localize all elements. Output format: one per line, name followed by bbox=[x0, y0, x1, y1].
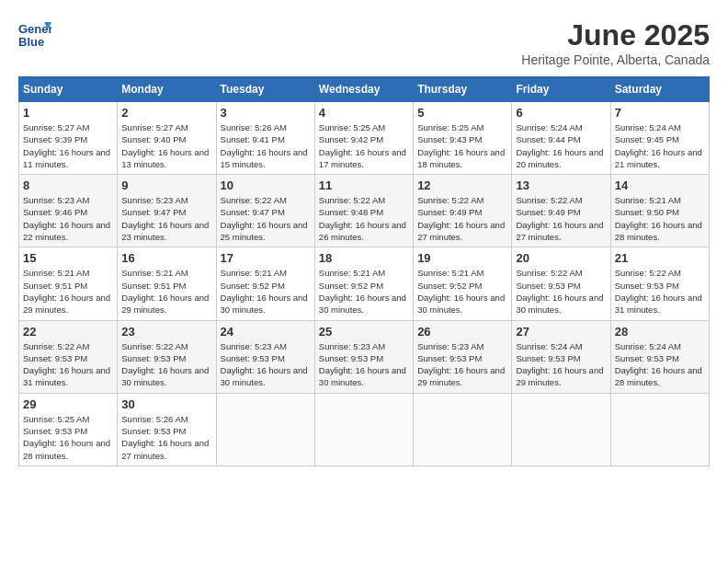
day-number: 28 bbox=[615, 325, 705, 339]
day-info: Sunrise: 5:24 AM Sunset: 9:45 PM Dayligh… bbox=[615, 121, 705, 170]
title-area: June 2025 Heritage Pointe, Alberta, Cana… bbox=[521, 18, 710, 67]
location-subtitle: Heritage Pointe, Alberta, Canada bbox=[521, 52, 710, 67]
day-info: Sunrise: 5:23 AM Sunset: 9:53 PM Dayligh… bbox=[417, 340, 507, 389]
calendar-week-row: 29Sunrise: 5:25 AM Sunset: 9:53 PM Dayli… bbox=[19, 393, 710, 465]
day-number: 30 bbox=[121, 397, 211, 411]
table-row bbox=[314, 393, 413, 465]
day-number: 17 bbox=[221, 251, 311, 265]
table-row: 16Sunrise: 5:21 AM Sunset: 9:51 PM Dayli… bbox=[118, 247, 216, 320]
day-number: 29 bbox=[23, 397, 113, 411]
table-row: 28Sunrise: 5:24 AM Sunset: 9:53 PM Dayli… bbox=[610, 320, 709, 393]
table-row: 9Sunrise: 5:23 AM Sunset: 9:47 PM Daylig… bbox=[118, 175, 216, 247]
table-row: 7Sunrise: 5:24 AM Sunset: 9:45 PM Daylig… bbox=[610, 102, 709, 175]
table-row: 13Sunrise: 5:22 AM Sunset: 9:49 PM Dayli… bbox=[512, 175, 610, 247]
table-row: 1Sunrise: 5:27 AM Sunset: 9:39 PM Daylig… bbox=[19, 102, 118, 175]
day-number: 7 bbox=[615, 106, 705, 120]
day-info: Sunrise: 5:24 AM Sunset: 9:44 PM Dayligh… bbox=[516, 121, 606, 170]
calendar-table: Sunday Monday Tuesday Wednesday Thursday… bbox=[18, 76, 710, 466]
calendar-week-row: 22Sunrise: 5:22 AM Sunset: 9:53 PM Dayli… bbox=[19, 320, 710, 393]
month-title: June 2025 bbox=[521, 18, 710, 52]
day-info: Sunrise: 5:22 AM Sunset: 9:49 PM Dayligh… bbox=[417, 194, 507, 243]
table-row: 6Sunrise: 5:24 AM Sunset: 9:44 PM Daylig… bbox=[512, 102, 610, 175]
table-row: 25Sunrise: 5:23 AM Sunset: 9:53 PM Dayli… bbox=[314, 320, 413, 393]
day-info: Sunrise: 5:21 AM Sunset: 9:51 PM Dayligh… bbox=[121, 267, 211, 316]
day-number: 27 bbox=[516, 325, 606, 339]
day-number: 19 bbox=[417, 251, 507, 265]
table-row: 27Sunrise: 5:24 AM Sunset: 9:53 PM Dayli… bbox=[512, 320, 610, 393]
logo-icon: General Blue bbox=[18, 18, 51, 52]
day-number: 20 bbox=[516, 251, 606, 265]
day-info: Sunrise: 5:26 AM Sunset: 9:41 PM Dayligh… bbox=[221, 121, 311, 170]
table-row: 10Sunrise: 5:22 AM Sunset: 9:47 PM Dayli… bbox=[216, 175, 314, 247]
day-info: Sunrise: 5:22 AM Sunset: 9:47 PM Dayligh… bbox=[221, 194, 311, 243]
logo: General Blue bbox=[18, 18, 55, 52]
table-row: 5Sunrise: 5:25 AM Sunset: 9:43 PM Daylig… bbox=[414, 102, 512, 175]
day-info: Sunrise: 5:22 AM Sunset: 9:53 PM Dayligh… bbox=[121, 340, 211, 389]
table-row bbox=[512, 393, 610, 465]
table-row bbox=[216, 393, 314, 465]
table-row: 15Sunrise: 5:21 AM Sunset: 9:51 PM Dayli… bbox=[19, 247, 118, 320]
day-info: Sunrise: 5:23 AM Sunset: 9:47 PM Dayligh… bbox=[121, 194, 211, 243]
header-monday: Monday bbox=[118, 77, 216, 102]
table-row: 14Sunrise: 5:21 AM Sunset: 9:50 PM Dayli… bbox=[610, 175, 709, 247]
day-number: 25 bbox=[319, 325, 409, 339]
day-number: 24 bbox=[221, 325, 311, 339]
day-number: 21 bbox=[615, 251, 705, 265]
day-info: Sunrise: 5:21 AM Sunset: 9:50 PM Dayligh… bbox=[615, 194, 705, 243]
table-row: 22Sunrise: 5:22 AM Sunset: 9:53 PM Dayli… bbox=[19, 320, 118, 393]
day-info: Sunrise: 5:23 AM Sunset: 9:53 PM Dayligh… bbox=[221, 340, 311, 389]
table-row: 11Sunrise: 5:22 AM Sunset: 9:48 PM Dayli… bbox=[314, 175, 413, 247]
table-row: 30Sunrise: 5:26 AM Sunset: 9:53 PM Dayli… bbox=[118, 393, 216, 465]
table-row: 18Sunrise: 5:21 AM Sunset: 9:52 PM Dayli… bbox=[314, 247, 413, 320]
day-info: Sunrise: 5:23 AM Sunset: 9:53 PM Dayligh… bbox=[319, 340, 409, 389]
table-row: 21Sunrise: 5:22 AM Sunset: 9:53 PM Dayli… bbox=[610, 247, 709, 320]
day-info: Sunrise: 5:26 AM Sunset: 9:53 PM Dayligh… bbox=[121, 413, 211, 462]
calendar-header-row: Sunday Monday Tuesday Wednesday Thursday… bbox=[19, 77, 710, 102]
header-saturday: Saturday bbox=[610, 77, 709, 102]
day-info: Sunrise: 5:25 AM Sunset: 9:53 PM Dayligh… bbox=[23, 413, 113, 462]
day-number: 9 bbox=[121, 178, 211, 192]
table-row: 17Sunrise: 5:21 AM Sunset: 9:52 PM Dayli… bbox=[216, 247, 314, 320]
day-info: Sunrise: 5:25 AM Sunset: 9:43 PM Dayligh… bbox=[417, 121, 507, 170]
day-info: Sunrise: 5:27 AM Sunset: 9:39 PM Dayligh… bbox=[23, 121, 113, 170]
calendar-week-row: 1Sunrise: 5:27 AM Sunset: 9:39 PM Daylig… bbox=[19, 102, 710, 175]
day-number: 15 bbox=[23, 251, 113, 265]
day-info: Sunrise: 5:21 AM Sunset: 9:52 PM Dayligh… bbox=[319, 267, 409, 316]
table-row bbox=[610, 393, 709, 465]
calendar-week-row: 15Sunrise: 5:21 AM Sunset: 9:51 PM Dayli… bbox=[19, 247, 710, 320]
day-number: 10 bbox=[221, 178, 311, 192]
day-info: Sunrise: 5:22 AM Sunset: 9:48 PM Dayligh… bbox=[319, 194, 409, 243]
day-number: 5 bbox=[417, 106, 507, 120]
day-number: 12 bbox=[417, 178, 507, 192]
header-friday: Friday bbox=[512, 77, 610, 102]
table-row: 2Sunrise: 5:27 AM Sunset: 9:40 PM Daylig… bbox=[118, 102, 216, 175]
day-number: 16 bbox=[121, 251, 211, 265]
day-number: 18 bbox=[319, 251, 409, 265]
day-number: 8 bbox=[23, 178, 113, 192]
calendar-week-row: 8Sunrise: 5:23 AM Sunset: 9:46 PM Daylig… bbox=[19, 175, 710, 247]
table-row: 3Sunrise: 5:26 AM Sunset: 9:41 PM Daylig… bbox=[216, 102, 314, 175]
day-number: 2 bbox=[121, 106, 211, 120]
header-sunday: Sunday bbox=[19, 77, 118, 102]
day-info: Sunrise: 5:27 AM Sunset: 9:40 PM Dayligh… bbox=[121, 121, 211, 170]
table-row: 12Sunrise: 5:22 AM Sunset: 9:49 PM Dayli… bbox=[414, 175, 512, 247]
table-row: 20Sunrise: 5:22 AM Sunset: 9:53 PM Dayli… bbox=[512, 247, 610, 320]
day-number: 4 bbox=[319, 106, 409, 120]
header-tuesday: Tuesday bbox=[216, 77, 314, 102]
day-number: 26 bbox=[417, 325, 507, 339]
day-number: 14 bbox=[615, 178, 705, 192]
table-row: 23Sunrise: 5:22 AM Sunset: 9:53 PM Dayli… bbox=[118, 320, 216, 393]
page-header: General Blue June 2025 Heritage Pointe, … bbox=[18, 18, 710, 67]
day-number: 3 bbox=[221, 106, 311, 120]
day-info: Sunrise: 5:21 AM Sunset: 9:52 PM Dayligh… bbox=[221, 267, 311, 316]
day-info: Sunrise: 5:22 AM Sunset: 9:53 PM Dayligh… bbox=[23, 340, 113, 389]
table-row: 19Sunrise: 5:21 AM Sunset: 9:52 PM Dayli… bbox=[414, 247, 512, 320]
day-info: Sunrise: 5:25 AM Sunset: 9:42 PM Dayligh… bbox=[319, 121, 409, 170]
day-info: Sunrise: 5:21 AM Sunset: 9:51 PM Dayligh… bbox=[23, 267, 113, 316]
day-number: 6 bbox=[516, 106, 606, 120]
day-info: Sunrise: 5:22 AM Sunset: 9:49 PM Dayligh… bbox=[516, 194, 606, 243]
day-number: 1 bbox=[23, 106, 113, 120]
table-row bbox=[414, 393, 512, 465]
table-row: 29Sunrise: 5:25 AM Sunset: 9:53 PM Dayli… bbox=[19, 393, 118, 465]
header-wednesday: Wednesday bbox=[314, 77, 413, 102]
